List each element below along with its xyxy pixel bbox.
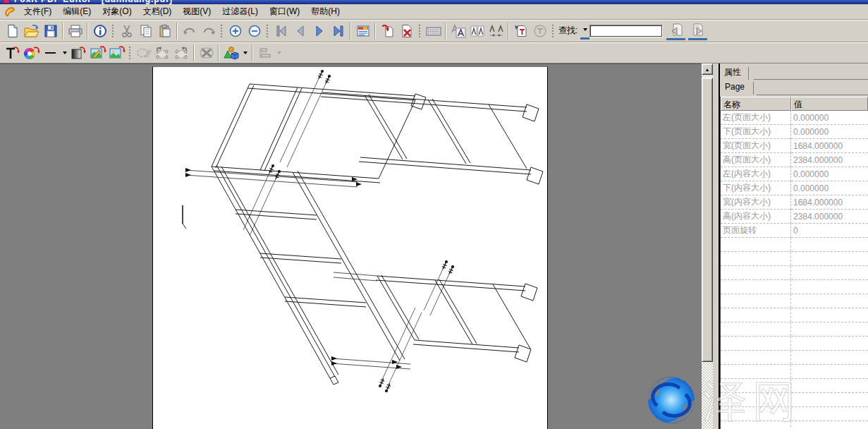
property-value[interactable]: 1684.000000 <box>791 196 868 209</box>
menu-edit[interactable]: 编辑(E) <box>57 4 97 19</box>
menu-file[interactable]: 文件(F) <box>18 4 57 19</box>
letter-spacing-button[interactable] <box>487 22 506 40</box>
menu-window[interactable]: 窗口(W) <box>264 4 305 19</box>
menu-view[interactable]: 视图(V) <box>177 4 216 19</box>
virtual-keyboard-button[interactable] <box>424 22 443 40</box>
rotate-selection-left-button[interactable] <box>153 44 172 62</box>
scrollbar-thumb[interactable] <box>702 78 713 362</box>
toolbar-main: 查找: <box>0 20 868 42</box>
insert-text-button[interactable] <box>3 44 22 62</box>
toolbar-drag-handle[interactable] <box>266 23 269 39</box>
last-page-button[interactable] <box>329 22 348 40</box>
document-canvas[interactable] <box>0 64 702 429</box>
paste-icon <box>158 24 172 38</box>
find-input[interactable] <box>589 25 663 37</box>
copy-button[interactable] <box>136 22 155 40</box>
vertical-scrollbar[interactable]: ▲ <box>702 64 713 429</box>
properties-panel: 属性 Page 名称 值 左(页面大小) 0.000000 下(页面大小) 0.… <box>720 64 868 429</box>
table-row[interactable]: 宽(页面大小) 1684.000000 <box>721 139 868 153</box>
menu-bar: 文件(F) 编辑(E) 对象(O) 文档(D) 视图(V) 过滤器(L) 窗口(… <box>0 4 868 20</box>
insert-image-icon <box>109 45 126 61</box>
panel-caption: 属性 <box>720 64 868 80</box>
insert-text-icon <box>4 45 21 61</box>
property-value[interactable]: 2384.000000 <box>791 210 868 223</box>
first-page-button[interactable] <box>271 22 291 40</box>
condense-font-button[interactable] <box>467 22 487 40</box>
edit-image-button[interactable] <box>88 44 107 62</box>
triangle-up-icon: ▲ <box>705 67 710 72</box>
insert-page-button[interactable] <box>378 22 397 40</box>
new-document-button[interactable] <box>3 22 22 40</box>
align-objects-dropdown[interactable] <box>274 44 283 61</box>
property-value[interactable]: 0.000000 <box>791 126 868 138</box>
lasso-select-button-disabled[interactable] <box>134 44 153 62</box>
pdf-page[interactable] <box>152 66 548 429</box>
menu-help[interactable]: 帮助(H) <box>305 4 346 19</box>
insert-gradient-button[interactable] <box>69 44 88 62</box>
property-value[interactable]: 1684.000000 <box>791 140 868 152</box>
toolbar-drag-handle[interactable] <box>111 23 115 39</box>
toolbar-drag-handle[interactable] <box>128 45 132 61</box>
menu-document[interactable]: 文档(D) <box>137 4 178 19</box>
table-row[interactable]: 下(内容大小) 0.000000 <box>721 181 868 195</box>
cut-button[interactable] <box>117 22 136 40</box>
table-row[interactable]: 页面旋转 0 <box>721 224 868 238</box>
table-row[interactable]: 下(页面大小) 0.000000 <box>721 125 868 139</box>
rotate-selection-right-button[interactable] <box>172 44 191 62</box>
property-value[interactable]: 0.000000 <box>791 182 868 195</box>
text-object-button-disabled[interactable] <box>530 22 549 40</box>
lasso-icon <box>135 45 152 61</box>
empty-row <box>721 266 868 280</box>
align-objects-button-disabled[interactable] <box>255 44 274 62</box>
page-thumbnails-button[interactable] <box>353 22 372 40</box>
letter-spacing-icon <box>489 24 504 38</box>
line-style-button[interactable] <box>41 44 60 62</box>
table-row[interactable]: 宽(内容大小) 1684.000000 <box>721 195 868 210</box>
replace-font-button[interactable] <box>448 22 467 40</box>
find-options-dropdown[interactable] <box>580 23 589 40</box>
open-file-button[interactable] <box>22 22 41 40</box>
property-value[interactable]: 0.000000 <box>791 111 868 124</box>
table-row[interactable]: 左(内容大小) 0.000000 <box>721 167 868 181</box>
insert-color-button[interactable] <box>22 44 41 62</box>
scroll-up-button[interactable]: ▲ <box>702 64 713 75</box>
info-icon <box>93 24 107 38</box>
menu-filter[interactable]: 过滤器(L) <box>216 4 264 19</box>
insert-image-button[interactable] <box>107 44 126 62</box>
insert-shape-button[interactable] <box>221 44 240 62</box>
toolbar-drag-handle[interactable] <box>220 23 224 39</box>
table-row[interactable]: 左(页面大小) 0.000000 <box>721 111 868 125</box>
first-page-icon <box>274 25 288 37</box>
property-value[interactable]: 2384.000000 <box>791 154 868 167</box>
column-header-value[interactable]: 值 <box>791 97 868 111</box>
print-button[interactable] <box>66 22 85 40</box>
empty-row <box>721 294 868 308</box>
column-header-name[interactable]: 名称 <box>721 97 791 111</box>
find-next-button[interactable] <box>688 22 707 40</box>
zoom-in-button[interactable] <box>226 22 245 40</box>
toolbar-drag-handle[interactable] <box>418 23 422 39</box>
next-page-button[interactable] <box>310 22 329 40</box>
document-info-button[interactable] <box>90 22 109 40</box>
import-text-icon <box>514 24 528 38</box>
delete-page-button[interactable] <box>397 22 416 40</box>
panel-splitter[interactable] <box>713 64 719 429</box>
find-previous-button[interactable] <box>666 22 685 40</box>
zoom-out-button[interactable] <box>245 22 264 40</box>
table-row[interactable]: 高(页面大小) 2384.000000 <box>721 153 868 167</box>
insert-shape-dropdown[interactable] <box>240 44 250 61</box>
tab-page[interactable]: Page <box>723 82 754 95</box>
undo-button[interactable] <box>180 22 199 40</box>
delete-object-button-disabled[interactable] <box>197 44 216 62</box>
redo-button[interactable] <box>199 22 218 40</box>
property-value[interactable]: 0 <box>791 224 868 237</box>
previous-page-button[interactable] <box>291 22 310 40</box>
line-style-dropdown[interactable] <box>60 44 69 61</box>
paste-button[interactable] <box>155 22 174 40</box>
save-button[interactable] <box>41 22 60 40</box>
property-value[interactable]: 0.000000 <box>791 168 868 181</box>
toolbar-drag-handle[interactable] <box>551 23 555 39</box>
import-text-button[interactable] <box>511 22 530 40</box>
menu-object[interactable]: 对象(O) <box>97 4 137 19</box>
table-row[interactable]: 高(内容大小) 2384.000000 <box>721 210 868 224</box>
